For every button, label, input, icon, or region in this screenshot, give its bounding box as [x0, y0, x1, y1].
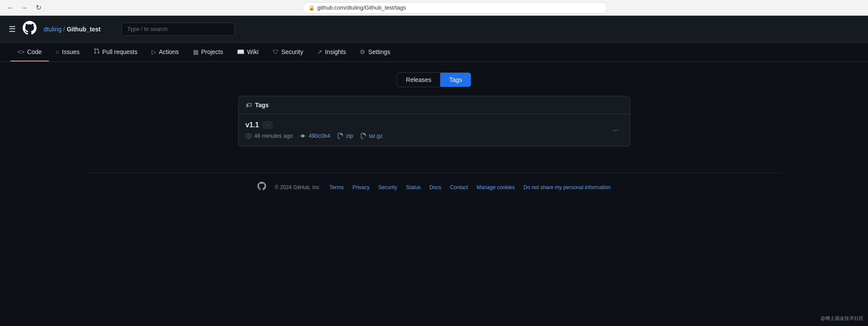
tag-version-name: v1.1: [246, 121, 259, 129]
search-input[interactable]: [122, 23, 235, 36]
tag-zip: zip: [337, 132, 353, 139]
back-button[interactable]: ←: [5, 3, 16, 13]
tab-issues-label: Issues: [62, 48, 79, 55]
wiki-icon: 📖: [237, 48, 244, 55]
tag-item-left: v1.1 ··· 46 minutes ago 490c0b4: [246, 121, 383, 139]
main-content: Releases Tags 🏷 Tags v1.1 ···: [0, 62, 868, 221]
actions-icon: ▷: [152, 48, 156, 55]
tag-more-button[interactable]: ···: [609, 124, 622, 136]
browser-chrome: ← → ↻ 🔒 github.com/dtuling/Github_test/t…: [0, 0, 868, 16]
insights-icon: ↗: [317, 48, 322, 55]
footer-link-docs[interactable]: Docs: [429, 184, 441, 190]
tag-commit: 490c0b4: [300, 132, 330, 139]
header-left: ☰: [7, 21, 37, 37]
tag-item-v1-1: v1.1 ··· 46 minutes ago 490c0b4: [239, 114, 630, 146]
lock-icon: 🔒: [308, 5, 315, 11]
tab-wiki[interactable]: 📖 Wiki: [230, 43, 265, 61]
settings-icon: ⚙: [360, 48, 365, 55]
tag-badge-dots: ···: [266, 122, 270, 128]
address-bar[interactable]: 🔒 github.com/dtuling/Github_test/tags: [303, 2, 608, 14]
tag-zip-link[interactable]: zip: [346, 132, 353, 139]
footer-link-cookies[interactable]: Manage cookies: [477, 184, 515, 190]
tag-name-row: v1.1 ···: [246, 121, 383, 129]
tab-code-label: Code: [27, 48, 41, 55]
footer-link-contact[interactable]: Contact: [450, 184, 468, 190]
url-text: github.com/dtuling/Github_test/tags: [317, 4, 406, 11]
tab-issues[interactable]: ○ Issues: [49, 43, 87, 61]
tab-settings[interactable]: ⚙ Settings: [353, 43, 397, 61]
tag-tar-link[interactable]: tar.gz: [369, 132, 383, 139]
header-breadcrumb: dtuling / Github_test: [44, 26, 101, 33]
tags-card-header: 🏷 Tags: [239, 96, 630, 114]
footer-link-security[interactable]: Security: [378, 184, 397, 190]
tags-header-label: Tags: [255, 102, 269, 109]
tab-pull-requests[interactable]: Pull requests: [87, 43, 145, 61]
releases-toggle-label: Releases: [406, 76, 431, 83]
tab-security-label: Security: [281, 48, 304, 55]
issues-icon: ○: [56, 48, 59, 55]
footer-link-privacy[interactable]: Privacy: [352, 184, 369, 190]
releases-toggle-button[interactable]: Releases: [397, 73, 440, 87]
tag-header-icon: 🏷: [246, 102, 252, 109]
footer-copyright: © 2024 GitHub, Inc.: [275, 184, 321, 190]
tab-actions-label: Actions: [159, 48, 179, 55]
footer-link-status[interactable]: Status: [406, 184, 421, 190]
tab-wiki-label: Wiki: [247, 48, 258, 55]
tags-toggle-button[interactable]: Tags: [440, 73, 471, 87]
tab-insights-label: Insights: [325, 48, 346, 55]
github-logo: [23, 21, 37, 37]
hamburger-button[interactable]: ☰: [7, 23, 17, 36]
tag-meta: 46 minutes ago 490c0b4 zip tar.gz: [246, 132, 383, 139]
footer-logo: [257, 182, 266, 193]
tags-toggle-label: Tags: [449, 76, 462, 83]
tag-time: 46 minutes ago: [246, 132, 293, 139]
tab-settings-label: Settings: [368, 48, 390, 55]
tab-security[interactable]: 🛡 Security: [266, 43, 311, 61]
tag-tar: tar.gz: [360, 132, 383, 139]
tab-navigation: <> Code ○ Issues Pull requests ▷ Actions…: [0, 43, 868, 62]
breadcrumb-sep: /: [63, 26, 65, 33]
tab-insights[interactable]: ↗ Insights: [310, 43, 353, 61]
projects-icon: ▦: [193, 48, 199, 55]
footer-link-no-share[interactable]: Do not share my personal information: [524, 184, 611, 190]
footer-link-terms[interactable]: Terms: [329, 184, 344, 190]
github-header: ☰ dtuling / Github_test: [0, 16, 868, 43]
breadcrumb-repo: Github_test: [67, 26, 101, 33]
tab-projects-label: Projects: [201, 48, 223, 55]
tag-commit-link[interactable]: 490c0b4: [308, 132, 330, 139]
tags-card: 🏷 Tags v1.1 ··· 46 minutes ago: [238, 96, 630, 146]
tab-actions[interactable]: ▷ Actions: [145, 43, 186, 61]
releases-tags-toggle: Releases Tags: [397, 72, 471, 87]
tab-pr-label: Pull requests: [102, 48, 138, 55]
security-icon: 🛡: [273, 48, 279, 55]
tag-time-text: 46 minutes ago: [254, 132, 293, 139]
code-icon: <>: [17, 48, 24, 55]
tab-projects[interactable]: ▦ Projects: [186, 43, 230, 61]
page-footer: © 2024 GitHub, Inc. Terms Privacy Securi…: [87, 173, 781, 210]
tab-code[interactable]: <> Code: [10, 43, 49, 61]
breadcrumb-user[interactable]: dtuling: [44, 26, 61, 33]
refresh-button[interactable]: ↻: [33, 3, 44, 13]
tag-badge: ···: [263, 122, 273, 129]
forward-button[interactable]: →: [19, 3, 30, 13]
pr-icon: [94, 48, 100, 55]
